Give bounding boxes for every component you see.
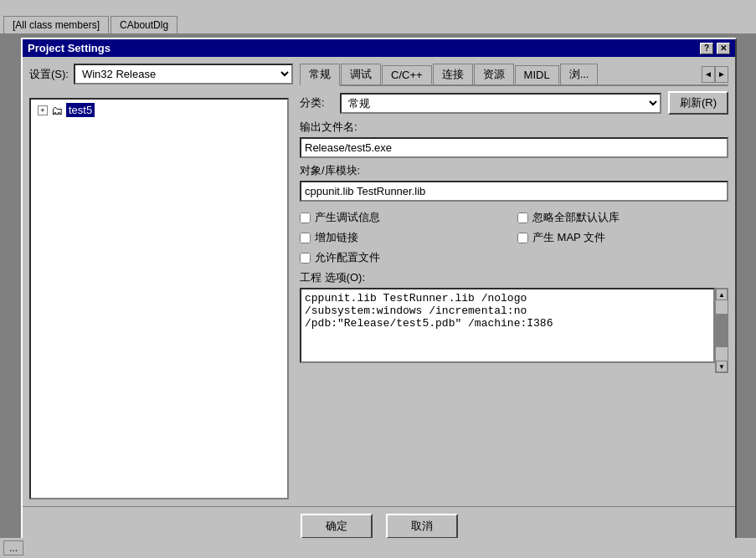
checkbox-ignore-lib: 忽略全部默认认库 — [517, 210, 728, 225]
checkbox-map-file: 产生 MAP 文件 — [517, 230, 728, 245]
output-file-input[interactable] — [300, 137, 728, 158]
bottom-button[interactable]: ... — [3, 540, 23, 555]
cancel-button[interactable]: 取消 — [386, 514, 458, 539]
tabs-bar: 常规 调试 C/C++ 连接 资源 MIDL — [300, 64, 728, 86]
object-lib-section: 对象/库模块: — [300, 163, 728, 202]
project-settings-dialog: Project Settings ? ✕ 设置(S): Win32 Releas… — [21, 38, 737, 547]
checkbox-profile: 允许配置文件 — [300, 250, 511, 265]
project-folder-icon: 🗂 — [51, 104, 63, 117]
tab-midl[interactable]: MIDL — [515, 65, 559, 84]
tab-general[interactable]: 常规 — [300, 64, 340, 86]
top-tab-all-members[interactable]: [All class members] — [3, 16, 109, 33]
checkbox-ignore-lib-input[interactable] — [517, 212, 528, 223]
settings-select[interactable]: Win32 Release — [74, 64, 293, 84]
tab-link[interactable]: 连接 — [433, 64, 473, 84]
checkboxes-grid: 产生调试信息 忽略全部默认认库 增加链接 产生 MAP 文件 — [300, 210, 728, 265]
tab-cpp[interactable]: C/C++ — [382, 65, 432, 84]
options-textarea-wrap: ▲ ▼ — [300, 288, 728, 373]
checkbox-profile-input[interactable] — [300, 253, 311, 264]
tab-debug[interactable]: 调试 — [341, 64, 381, 84]
top-strip: [All class members] CAboutDlg — [0, 0, 756, 33]
titlebar-controls: ? ✕ — [700, 43, 730, 54]
refresh-button[interactable]: 刷新(R) — [668, 91, 728, 115]
scrollbar-down-button[interactable]: ▼ — [716, 361, 728, 372]
output-file-label: 输出文件名: — [300, 120, 728, 135]
dialog-body: 设置(S): Win32 Release + 🗂 test5 — [23, 57, 735, 506]
tab-next-button[interactable]: ► — [715, 66, 728, 83]
close-button[interactable]: ✕ — [717, 43, 730, 54]
checkbox-debug-info-input[interactable] — [300, 212, 311, 223]
checkbox-incremental-link-input[interactable] — [300, 233, 311, 243]
top-tab-caboutdlg[interactable]: CAboutDlg — [111, 16, 177, 33]
scrollbar-up-button[interactable]: ▲ — [716, 289, 728, 300]
category-select[interactable]: 常规 — [340, 93, 661, 114]
category-row: 分类: 常规 刷新(R) — [300, 91, 728, 115]
options-scrollbar: ▲ ▼ — [715, 288, 728, 373]
right-panel: 常规 调试 C/C++ 连接 资源 MIDL — [300, 64, 728, 499]
project-options-textarea[interactable] — [300, 288, 715, 363]
object-lib-label: 对象/库模块: — [300, 163, 728, 178]
settings-row: 设置(S): Win32 Release — [29, 64, 293, 84]
tabs-nav-group: ◄ ► — [702, 66, 728, 83]
bottom-strip: ... — [0, 538, 756, 558]
outer-background: [All class members] CAboutDlg Project Se… — [0, 0, 756, 558]
category-label: 分类: — [300, 95, 333, 110]
project-options-section: 工程 选项(O): ▲ ▼ — [300, 270, 728, 499]
tree-expand-icon[interactable]: + — [38, 105, 48, 115]
ok-button[interactable]: 确定 — [301, 514, 373, 539]
project-tree: + 🗂 test5 — [29, 98, 289, 499]
settings-label: 设置(S): — [29, 67, 69, 82]
tab-prev-button[interactable]: ◄ — [702, 66, 715, 83]
checkbox-map-file-input[interactable] — [517, 233, 528, 243]
output-file-section: 输出文件名: — [300, 120, 728, 158]
tab-resource[interactable]: 资源 — [474, 64, 514, 84]
project-options-label: 工程 选项(O): — [300, 270, 728, 285]
scrollbar-thumb[interactable] — [716, 314, 728, 347]
checkbox-incremental-link: 增加链接 — [300, 230, 511, 245]
checkbox-debug-info: 产生调试信息 — [300, 210, 511, 225]
dialog-title: Project Settings — [28, 42, 111, 54]
scrollbar-track — [716, 300, 728, 361]
tree-item-test5[interactable]: + 🗂 test5 — [31, 100, 287, 120]
object-lib-input[interactable] — [300, 181, 728, 202]
left-section: 设置(S): Win32 Release + 🗂 test5 — [29, 64, 293, 499]
project-name: test5 — [66, 103, 95, 117]
dialog-titlebar: Project Settings ? ✕ — [23, 39, 735, 57]
tab-browse[interactable]: 浏... — [560, 64, 599, 84]
help-button[interactable]: ? — [700, 43, 713, 54]
